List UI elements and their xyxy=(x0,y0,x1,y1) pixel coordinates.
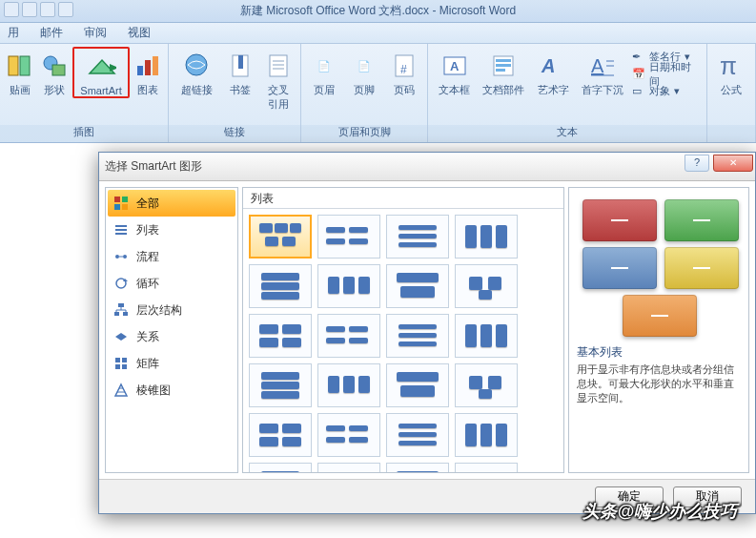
smartart-icon xyxy=(86,52,116,83)
category-process[interactable]: 流程 xyxy=(108,243,235,270)
chart-button[interactable]: 图表 xyxy=(132,47,164,97)
wordart-button[interactable]: A 艺术字 xyxy=(530,47,576,97)
qat-item[interactable] xyxy=(22,2,37,17)
bookmark-button[interactable]: 书签 xyxy=(222,47,258,97)
quickparts-button[interactable]: 文档部件 xyxy=(480,47,529,97)
group-label: 文本 xyxy=(428,125,706,142)
smartart-thumb[interactable] xyxy=(249,413,312,457)
group-illustrations: 贴画 形状 SmartArt 图表 插图 xyxy=(0,44,169,142)
svg-point-39 xyxy=(123,255,127,259)
smartart-dialog: 选择 SmartArt 图形 ? ✕ 全部 列表 流程 循环 层次结构 关系 矩… xyxy=(98,152,756,514)
smartart-thumb[interactable] xyxy=(455,363,518,407)
cancel-button[interactable]: 取消 xyxy=(673,486,742,507)
smartart-thumb[interactable] xyxy=(386,363,449,407)
preview-canvas xyxy=(577,196,741,339)
dialog-buttons: 确定 取消 xyxy=(99,479,755,513)
equation-button[interactable]: π 公式 xyxy=(711,47,751,97)
ribbon: 贴画 形状 SmartArt 图表 插图 超链接 xyxy=(0,44,756,143)
svg-rect-33 xyxy=(122,204,128,210)
tab-mail[interactable]: 邮件 xyxy=(40,25,63,41)
smartart-thumb[interactable] xyxy=(249,463,312,472)
svg-marker-54 xyxy=(115,384,127,396)
svg-rect-7 xyxy=(145,60,151,75)
quick-access-toolbar xyxy=(4,2,73,17)
category-cycle[interactable]: 循环 xyxy=(108,270,235,297)
svg-rect-32 xyxy=(114,204,120,210)
page-number-button[interactable]: # 页码 xyxy=(385,47,423,97)
tab-view[interactable]: 视图 xyxy=(128,25,151,41)
category-hierarchy[interactable]: 层次结构 xyxy=(108,297,235,323)
smartart-thumb[interactable] xyxy=(317,413,380,457)
qat-item[interactable] xyxy=(4,2,19,17)
clipart-icon xyxy=(5,51,35,81)
smartart-thumb[interactable] xyxy=(317,363,380,407)
pagenum-icon: # xyxy=(389,51,419,81)
svg-rect-3 xyxy=(52,65,65,75)
category-pyramid[interactable]: 棱锥图 xyxy=(108,377,235,404)
smartart-thumb[interactable] xyxy=(249,314,312,358)
svg-rect-21 xyxy=(496,59,511,62)
category-all[interactable]: 全部 xyxy=(108,190,235,217)
shapes-button[interactable]: 形状 xyxy=(38,47,71,97)
smartart-thumb[interactable] xyxy=(455,413,518,457)
group-links: 超链接 书签 交叉 引用 链接 xyxy=(169,44,301,142)
svg-rect-31 xyxy=(122,197,128,202)
smartart-button[interactable]: SmartArt xyxy=(72,47,130,98)
svg-rect-42 xyxy=(118,303,124,307)
group-label: 链接 xyxy=(169,125,300,142)
dialog-titlebar: 选择 SmartArt 图形 ? ✕ xyxy=(99,153,755,181)
category-list: 全部 列表 流程 循环 层次结构 关系 矩阵 棱锥图 xyxy=(105,187,238,473)
footer-button[interactable]: 📄 页脚 xyxy=(345,47,383,97)
close-button[interactable]: ✕ xyxy=(713,155,753,172)
crossref-button[interactable]: 交叉 引用 xyxy=(260,47,296,112)
textbox-button[interactable]: A 文本框 xyxy=(432,47,478,97)
group-label: 页眉和页脚 xyxy=(301,125,427,142)
gallery-grid[interactable] xyxy=(243,209,563,472)
pi-icon: π xyxy=(716,51,746,81)
dropcap-button[interactable]: A 首字下沉 xyxy=(578,47,627,97)
smartart-thumb[interactable] xyxy=(386,463,449,472)
object-icon: ▭ xyxy=(632,85,645,98)
svg-rect-8 xyxy=(153,56,158,75)
pyramid-icon xyxy=(113,383,129,398)
category-list-item[interactable]: 列表 xyxy=(108,217,235,243)
clipart-button[interactable]: 贴画 xyxy=(4,47,36,97)
hyperlink-icon xyxy=(181,51,212,81)
smartart-thumb[interactable] xyxy=(386,215,449,259)
svg-rect-0 xyxy=(9,56,18,75)
ok-button[interactable]: 确定 xyxy=(595,486,664,507)
wordart-icon: A xyxy=(538,51,568,81)
smartart-thumb[interactable] xyxy=(455,264,518,308)
hyperlink-button[interactable]: 超链接 xyxy=(173,47,220,97)
smartart-thumb[interactable] xyxy=(455,463,518,472)
smartart-thumb[interactable] xyxy=(455,314,518,358)
chart-icon xyxy=(133,51,163,81)
smartart-thumb[interactable] xyxy=(249,215,312,259)
tab-review[interactable]: 审阅 xyxy=(84,25,107,41)
qat-item[interactable] xyxy=(58,2,73,17)
smartart-thumb[interactable] xyxy=(317,314,380,358)
group-symbols: π 公式 xyxy=(707,44,756,142)
category-matrix[interactable]: 矩阵 xyxy=(108,350,235,377)
smartart-thumb[interactable] xyxy=(249,363,312,407)
help-button[interactable]: ? xyxy=(684,155,709,172)
smartart-thumb[interactable] xyxy=(386,413,449,457)
smartart-thumb[interactable] xyxy=(249,264,312,308)
smartart-thumb[interactable] xyxy=(386,264,449,308)
smartart-thumb[interactable] xyxy=(317,264,380,308)
smartart-thumb[interactable] xyxy=(317,463,380,472)
signature-icon: ✒ xyxy=(632,51,645,64)
list-icon xyxy=(113,222,129,238)
header-button[interactable]: 📄 页眉 xyxy=(305,47,343,97)
object-button[interactable]: ▭对象 ▾ xyxy=(632,83,699,99)
all-icon xyxy=(113,196,129,211)
smartart-thumb[interactable] xyxy=(386,314,449,358)
tab-partial[interactable]: 用 xyxy=(8,25,19,41)
category-relationship[interactable]: 关系 xyxy=(108,323,235,350)
qat-item[interactable] xyxy=(40,2,55,17)
datetime-button[interactable]: 📅日期和时间 xyxy=(632,66,699,82)
smartart-thumb[interactable] xyxy=(317,215,380,259)
dialog-title: 选择 SmartArt 图形 xyxy=(105,158,202,175)
smartart-thumb[interactable] xyxy=(455,215,518,259)
header-icon: 📄 xyxy=(309,51,339,81)
